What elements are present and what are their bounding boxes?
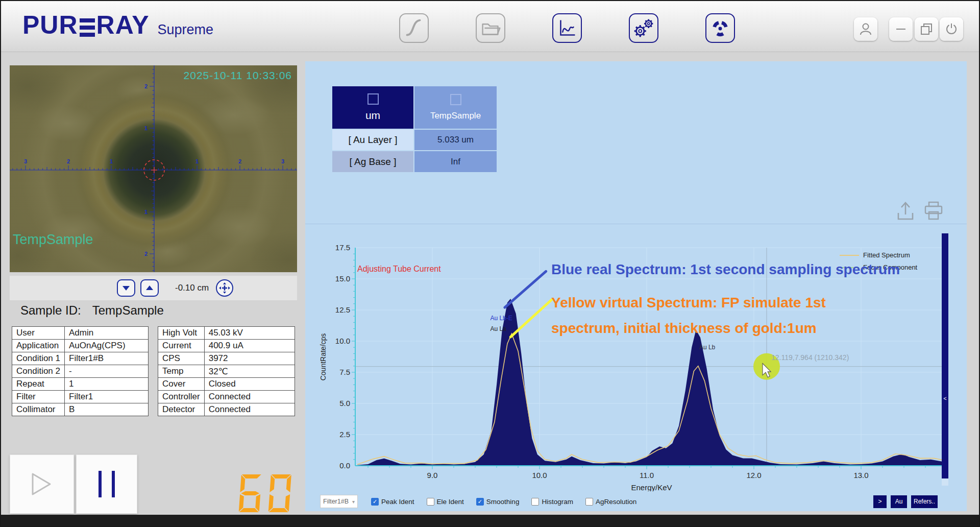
spectrum-chart-icon xyxy=(553,14,581,42)
checkbox-peak-ident[interactable]: ✓Peak Ident xyxy=(371,498,414,506)
annotation-blue-text: Blue real Spectrum: 1st second sampling … xyxy=(551,261,900,278)
pause-measure-button[interactable] xyxy=(76,454,137,514)
svg-text:3: 3 xyxy=(281,158,284,164)
results-unit-label: um xyxy=(365,109,380,122)
row-value: 3972 xyxy=(204,352,295,365)
annotation-orange-line2: spectrum, initial thickness of gold:1um xyxy=(551,316,826,341)
svg-text:15.0: 15.0 xyxy=(335,274,350,283)
checkbox-ele-ident[interactable]: Ele Ident xyxy=(427,498,464,506)
row-value: 400.9 uA xyxy=(204,340,295,352)
chart-vertical-scrollbar[interactable]: < xyxy=(942,233,948,486)
spectrum-view-button[interactable] xyxy=(552,13,582,43)
footer-button-[interactable]: > xyxy=(873,495,887,508)
power-button[interactable] xyxy=(940,17,963,41)
scrollbar-end-cap[interactable] xyxy=(942,478,948,486)
print-button[interactable] xyxy=(923,200,944,222)
row-value: B xyxy=(65,403,149,416)
checkbox-icon[interactable] xyxy=(427,498,434,506)
user-account-button[interactable] xyxy=(854,17,877,41)
svg-text:9.0: 9.0 xyxy=(427,471,438,480)
svg-text:11.0: 11.0 xyxy=(640,471,654,480)
checkbox-icon[interactable]: ✓ xyxy=(476,498,484,506)
sample-id-label: Sample ID: xyxy=(20,303,81,317)
row-value: Closed xyxy=(204,378,295,391)
table-row: Repeat1 xyxy=(12,378,149,391)
sample-info-table: UserAdminApplicationAuOnAg(CPS)Condition… xyxy=(12,326,149,416)
app-logo: PURRAY Supreme xyxy=(22,12,213,38)
svg-text:12.0: 12.0 xyxy=(746,471,761,480)
svg-text:2: 2 xyxy=(144,83,148,89)
row-key: Controller xyxy=(158,391,205,403)
checkbox-agresolution[interactable]: AgResolution xyxy=(585,498,636,506)
table-row: DetectorConnected xyxy=(158,403,295,416)
row-key: Detector xyxy=(158,403,205,416)
start-measure-button[interactable] xyxy=(10,454,74,514)
row-value: Connected xyxy=(204,391,295,403)
results-sample-header[interactable]: TempSample xyxy=(414,86,497,129)
window-bottom-bar xyxy=(1,515,979,526)
seven-seg-digit xyxy=(268,474,291,512)
minimize-button[interactable] xyxy=(889,17,913,41)
open-file-button[interactable] xyxy=(476,13,505,43)
svg-text:1: 1 xyxy=(144,125,148,131)
checkbox-icon[interactable] xyxy=(585,498,593,506)
footer-button-refers[interactable]: Refers.. xyxy=(911,495,938,508)
sample-id-value: TempSample xyxy=(92,303,164,317)
chart-options: ✓Peak IdentEle Ident✓SmoothingHistogramA… xyxy=(371,498,636,506)
restore-button[interactable] xyxy=(915,17,938,41)
instrument-status-table: High Volt45.03 kVCurrent400.9 uACPS3972T… xyxy=(158,326,295,416)
camera-sample-label: TempSample xyxy=(13,232,93,248)
row-key: Condition 2 xyxy=(12,365,65,378)
layer-row-ag[interactable]: [ Ag Base ] xyxy=(332,151,413,172)
svg-text:CountRate/cps: CountRate/cps xyxy=(319,333,327,381)
row-key: CPS xyxy=(158,352,205,365)
row-value: 1 xyxy=(65,378,149,391)
layer-row-au[interactable]: [ Au Layer ] xyxy=(332,130,413,150)
calibration-curve-button[interactable] xyxy=(399,13,429,43)
chart-footer: Filter1#B ▾ ✓Peak IdentEle Ident✓Smoothi… xyxy=(305,493,967,510)
settings-button[interactable] xyxy=(629,13,658,43)
header: PURRAY Supreme xyxy=(1,1,979,52)
export-button[interactable] xyxy=(895,200,916,222)
countdown-timer-display xyxy=(237,473,293,514)
row-key: Temp xyxy=(158,365,205,378)
play-icon xyxy=(31,472,53,496)
sample-id-line: Sample ID:TempSample xyxy=(20,303,164,318)
stage-up-button[interactable] xyxy=(140,279,159,297)
checkbox-histogram[interactable]: Histogram xyxy=(531,498,573,506)
curve-icon xyxy=(400,14,428,42)
row-value: Filter1 xyxy=(65,391,149,403)
settings-gears-icon xyxy=(630,14,657,42)
svg-text:12.119,7.964 (1210.342): 12.119,7.964 (1210.342) xyxy=(771,353,849,362)
stage-down-button[interactable] xyxy=(117,279,135,297)
table-row: Temp32℃ xyxy=(158,365,295,378)
table-row: CPS3972 xyxy=(158,352,295,365)
stage-center-button[interactable] xyxy=(216,279,233,297)
results-unit-header[interactable]: um xyxy=(332,86,413,129)
checkbox-smoothing[interactable]: ✓Smoothing xyxy=(476,498,520,506)
filter-select[interactable]: Filter1#B ▾ xyxy=(320,495,358,508)
checkbox-label: Ele Ident xyxy=(437,498,464,506)
layer-name: [ Au Layer ] xyxy=(348,134,397,146)
footer-button-au[interactable]: Au xyxy=(891,495,907,508)
table-row: High Volt45.03 kV xyxy=(158,327,295,340)
checkbox-icon[interactable] xyxy=(368,93,379,105)
checkbox-label: Histogram xyxy=(542,498,573,506)
checkbox-icon[interactable] xyxy=(531,498,539,506)
row-value: Admin xyxy=(65,327,149,340)
svg-text:Adjusting Tube Current: Adjusting Tube Current xyxy=(357,265,441,273)
table-row: Condition 2- xyxy=(12,365,149,378)
row-key: Application xyxy=(12,340,65,352)
table-row: Current400.9 uA xyxy=(158,340,295,352)
row-key: Repeat xyxy=(12,378,65,391)
svg-text:17.5: 17.5 xyxy=(335,243,350,252)
svg-text:10.0: 10.0 xyxy=(335,337,350,345)
microscope-camera-view[interactable]: 3211232112 2025-10-11 10:33:06 TempSampl… xyxy=(10,65,297,272)
table-row: CoverClosed xyxy=(158,378,295,391)
svg-text:2: 2 xyxy=(238,158,241,164)
checkbox-icon[interactable] xyxy=(450,94,461,105)
checkbox-icon[interactable]: ✓ xyxy=(371,498,379,506)
power-icon xyxy=(944,21,959,37)
xray-source-button[interactable] xyxy=(705,13,735,43)
export-icon xyxy=(896,201,915,221)
